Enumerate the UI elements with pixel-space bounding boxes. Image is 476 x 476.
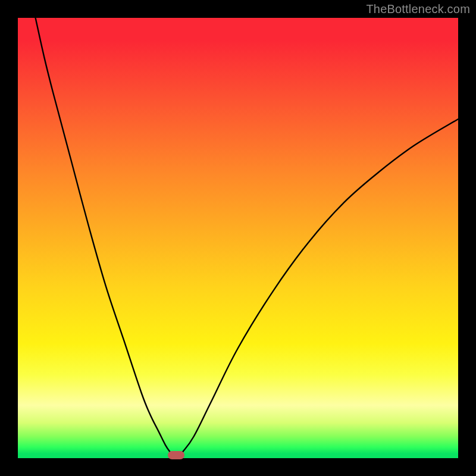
attribution-text: TheBottleneck.com (366, 2, 470, 16)
chart-frame: TheBottleneck.com (0, 0, 476, 476)
vertex-marker (168, 451, 184, 459)
curve-right-branch (178, 119, 458, 456)
bottleneck-curve (18, 18, 458, 458)
curve-left-branch (36, 18, 174, 456)
plot-area (18, 18, 458, 458)
